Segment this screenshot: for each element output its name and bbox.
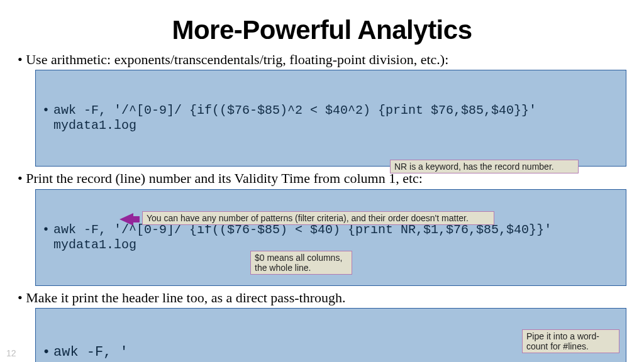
slide-title: More-Powerful Analytics bbox=[18, 15, 626, 45]
arrow-icon bbox=[119, 213, 133, 226]
note-patterns: You can have any number of patterns (fil… bbox=[142, 211, 494, 225]
code-box-arithmetic: awk -F, '/^[0-9]/ {if(($76-$85)^2 < $40^… bbox=[35, 70, 626, 167]
code-record-number: awk -F, '/^[0-9]/ {if(($76-$85) < $40) {… bbox=[42, 222, 619, 253]
bullet-header-passthrough: Make it print the header line too, as a … bbox=[18, 290, 626, 305]
note-dollar-zero: $0 means all columns, the whole line. bbox=[250, 251, 352, 275]
slide: More-Powerful Analytics Use arithmetic: … bbox=[0, 0, 644, 362]
bullet-arithmetic: Use arithmetic: exponents/transcendental… bbox=[18, 52, 626, 67]
page-number: 12 bbox=[6, 348, 16, 358]
note-pipe-wc: Pipe it into a word- count for #lines. bbox=[522, 329, 619, 353]
code-arithmetic: awk -F, '/^[0-9]/ {if(($76-$85)^2 < $40^… bbox=[42, 103, 619, 133]
note-nr-keyword: NR is a keyword, has the record number. bbox=[390, 160, 579, 173]
